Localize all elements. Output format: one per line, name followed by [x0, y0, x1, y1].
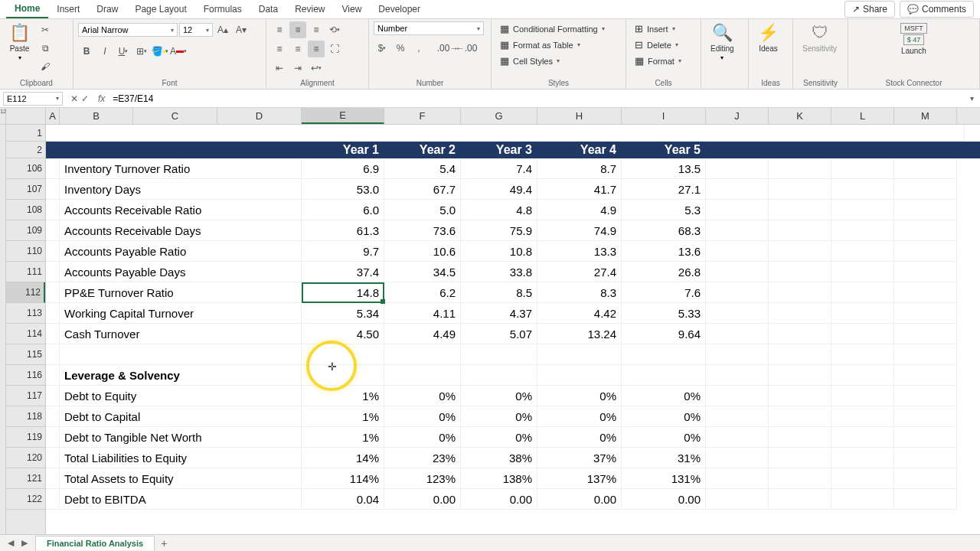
cell[interactable]: 31%: [622, 448, 706, 468]
row-2[interactable]: 2: [6, 142, 45, 158]
cell[interactable]: 0%: [461, 406, 537, 427]
cell[interactable]: 138%: [461, 468, 537, 489]
cell[interactable]: 13.3: [537, 241, 622, 262]
wrap-text-button[interactable]: ↩▾: [308, 60, 325, 77]
cell[interactable]: 37%: [537, 448, 622, 468]
cell[interactable]: 27.4: [537, 262, 622, 282]
row-113[interactable]: 113: [6, 303, 45, 324]
insert-cells-button[interactable]: ⊞Insert▾: [631, 21, 679, 36]
data-row[interactable]: Debt to Capital1%0%0%0%0%: [46, 406, 980, 427]
name-box[interactable]: E112▾: [3, 92, 63, 106]
col-k[interactable]: K: [769, 108, 831, 124]
cell[interactable]: 0%: [622, 427, 706, 448]
row-111[interactable]: 111: [6, 262, 45, 282]
align-middle-button[interactable]: ≡: [289, 21, 306, 38]
cell[interactable]: [302, 365, 384, 386]
cell[interactable]: 13.6: [622, 241, 706, 262]
orientation-button[interactable]: ⟲▾: [326, 21, 343, 38]
cell[interactable]: 6.2: [384, 282, 461, 303]
row-106[interactable]: 106: [6, 158, 45, 179]
row-110[interactable]: 110: [6, 241, 45, 262]
cell[interactable]: 4.49: [384, 324, 461, 344]
font-name-select[interactable]: Arial Narrow▾: [78, 23, 178, 37]
col-c[interactable]: C: [133, 108, 217, 124]
cell[interactable]: 13.5: [622, 158, 706, 179]
data-row[interactable]: Accounts Receivable Days61.373.675.974.9…: [46, 220, 980, 241]
cell[interactable]: 8.3: [537, 282, 622, 303]
cell[interactable]: [537, 365, 622, 386]
cell[interactable]: 0%: [461, 427, 537, 448]
tab-insert[interactable]: Insert: [48, 1, 88, 18]
row-109[interactable]: 109: [6, 220, 45, 241]
column-headers[interactable]: A B C D E F G H I J K L M: [6, 108, 980, 125]
row-115[interactable]: 115: [6, 344, 45, 365]
cell[interactable]: 38%: [461, 448, 537, 468]
cell[interactable]: 75.9: [461, 220, 537, 241]
font-color-button[interactable]: A▾: [170, 43, 187, 60]
italic-button[interactable]: I: [96, 43, 113, 60]
cell[interactable]: 27.1: [622, 179, 706, 200]
cell[interactable]: [384, 365, 461, 386]
currency-button[interactable]: $▾: [374, 40, 390, 57]
cancel-formula-button[interactable]: ✕: [70, 93, 78, 104]
cell[interactable]: 4.11: [384, 303, 461, 324]
tab-draw[interactable]: Draw: [88, 1, 126, 18]
cell[interactable]: 0%: [537, 386, 622, 406]
row-120[interactable]: 120: [6, 448, 45, 468]
cell[interactable]: 4.9: [537, 200, 622, 220]
row-107[interactable]: 107: [6, 179, 45, 200]
cell[interactable]: [537, 344, 622, 365]
cell[interactable]: 131%: [622, 468, 706, 489]
row-116[interactable]: 116: [6, 365, 45, 386]
row-119[interactable]: 119: [6, 427, 45, 448]
paste-button[interactable]: 📋 Paste ▾: [5, 21, 34, 63]
tab-home[interactable]: Home: [6, 0, 48, 18]
tab-view[interactable]: View: [334, 1, 371, 18]
underline-button[interactable]: U▾: [115, 43, 132, 60]
cell[interactable]: 5.0: [384, 200, 461, 220]
row-121[interactable]: 121: [6, 468, 45, 489]
col-g[interactable]: G: [461, 108, 537, 124]
data-row[interactable]: [46, 344, 980, 365]
cell[interactable]: 67.7: [384, 179, 461, 200]
col-d[interactable]: D: [217, 108, 302, 124]
data-row[interactable]: Inventory Days53.067.749.441.727.1: [46, 179, 980, 200]
tab-developer[interactable]: Developer: [370, 1, 429, 18]
increase-decimal-button[interactable]: .00→: [439, 40, 456, 57]
cell[interactable]: 41.7: [537, 179, 622, 200]
add-sheet-button[interactable]: +: [155, 536, 173, 551]
data-row[interactable]: Debt to Tangible Net Worth1%0%0%0%0%: [46, 427, 980, 448]
cell[interactable]: 4.37: [461, 303, 537, 324]
ideas-button[interactable]: ⚡ Ideas: [753, 21, 783, 54]
cell[interactable]: 7.4: [461, 158, 537, 179]
cell[interactable]: 0%: [537, 406, 622, 427]
cell[interactable]: 37.4: [302, 262, 384, 282]
col-b[interactable]: B: [60, 108, 133, 124]
cell[interactable]: 6.9: [302, 158, 384, 179]
cell[interactable]: 0.00: [622, 489, 706, 510]
cell[interactable]: 0.00: [461, 489, 537, 510]
cell[interactable]: 5.34: [302, 303, 384, 324]
cell[interactable]: 1%: [302, 427, 384, 448]
data-row[interactable]: Leverage & Solvency: [46, 365, 980, 386]
data-row[interactable]: Debt to EBITDA0.040.000.000.000.00: [46, 489, 980, 510]
cell[interactable]: 14.8: [302, 282, 384, 303]
cell[interactable]: [622, 344, 706, 365]
cell[interactable]: 13.24: [537, 324, 622, 344]
row-112[interactable]: 112: [6, 282, 45, 303]
copy-button[interactable]: ⧉: [37, 40, 54, 57]
cell[interactable]: 0%: [461, 386, 537, 406]
cell[interactable]: 53.0: [302, 179, 384, 200]
cell[interactable]: 68.3: [622, 220, 706, 241]
bold-button[interactable]: B: [78, 43, 95, 60]
data-row[interactable]: Accounts Payable Days37.434.533.827.426.…: [46, 262, 980, 282]
cell[interactable]: 0.00: [384, 489, 461, 510]
tab-formulas[interactable]: Formulas: [195, 1, 250, 18]
data-row[interactable]: Accounts Receivable Ratio6.05.04.84.95.3: [46, 200, 980, 220]
align-right-button[interactable]: ≡: [308, 41, 325, 57]
percent-button[interactable]: %: [392, 40, 409, 57]
stock-connector-button[interactable]: MSFT $ 47 Launch: [896, 21, 932, 57]
borders-button[interactable]: ⊞▾: [133, 43, 150, 60]
tab-data[interactable]: Data: [250, 1, 286, 18]
cell[interactable]: 0%: [537, 427, 622, 448]
